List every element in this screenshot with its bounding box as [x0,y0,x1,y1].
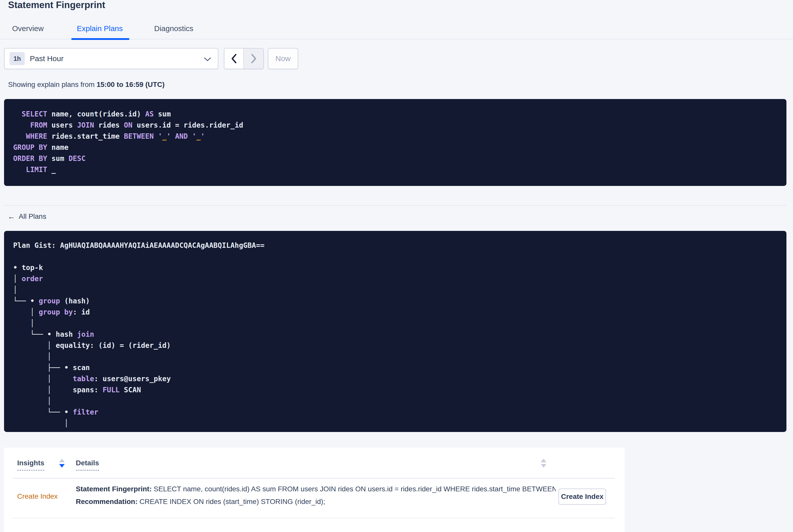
code-token-keyword: ' [158,132,162,140]
code-token: SCAN [119,386,141,394]
now-button[interactable]: Now [268,48,298,69]
code-token-keyword: join [77,330,94,339]
code-token: name [47,143,69,152]
code-token-keyword: AS [145,110,154,118]
code-token-keyword: _ [162,132,167,140]
code-line: │ order [13,273,787,284]
code-line: ├── • scan [13,362,787,373]
code-token-keyword: ON [124,121,132,129]
code-line: │ [13,418,787,429]
code-token-keyword: WHERE [26,132,47,140]
code-line: FROM users JOIN rides ON users.id = ride… [13,120,787,131]
column-header-details[interactable]: Details [76,459,99,467]
code-token: │ [13,353,52,361]
previous-range-button[interactable] [224,49,244,69]
range-caption-range: 15:00 to 16:59 (UTC) [96,81,165,89]
section-divider [4,205,787,206]
code-line: │ spans: FULL SCAN [13,384,787,396]
insights-header-label: Insights [17,459,44,471]
details-sort-control[interactable] [541,459,546,468]
sql-statement-block: SELECT name, count(rides.id) AS sum FROM… [4,99,787,186]
code-line: └── • filter [13,407,787,418]
tab-diagnostics[interactable]: Diagnostics [154,24,193,33]
code-token: users [47,121,77,129]
page-title: Statement Fingerprint [8,0,105,11]
code-line: SELECT name, count(rides.id) AS sum [13,109,787,120]
all-plans-label: All Plans [19,212,46,221]
insights-table-card: Insights Details Create Index Statement … [4,448,625,532]
create-index-button[interactable]: Create Index [559,489,606,505]
code-token: │ [13,319,34,327]
explain-plan-block: Plan Gist: AgHUAQIABQAAAAHYAQIAiAEAAAADC… [4,231,787,432]
sql-code: SELECT name, count(rides.id) AS sum FROM… [13,109,787,175]
time-range-pager [224,48,264,69]
chevron-down-icon [204,57,211,63]
code-token: │ [13,375,73,383]
code-line: │ [13,318,787,329]
sort-asc-icon [59,459,65,462]
code-line: │ [13,396,787,407]
code-token: users.id = rides.rider_id [132,121,243,129]
code-line: WHERE rides.start_time BETWEEN '_' AND '… [13,131,787,142]
code-token: sum [154,110,171,118]
row-recommendation-text: Recommendation: CREATE INDEX ON rides (s… [76,497,325,506]
code-token: │ equality: (id) = (rider_id) [13,341,171,349]
code-token [154,132,158,140]
table-row-divider [13,518,615,518]
tab-overview[interactable]: Overview [12,24,44,33]
recommendation-label: Recommendation: [76,498,137,506]
next-range-button[interactable] [244,49,263,69]
code-token: : users@users_pkey [94,375,171,383]
plan-gist-value: AgHUAQIABQAAAAHYAQIAiAEAAAADCQACAgAABQIL… [60,241,264,250]
code-line: LIMIT _ [13,164,787,175]
insight-create-index-link[interactable]: Create Index [17,492,58,500]
sort-asc-icon [541,459,546,462]
code-token: • top-k [13,264,43,272]
plan-gist-line: Plan Gist: AgHUAQIABQAAAAHYAQIAiAEAAAADC… [13,240,787,251]
chevron-right-icon [251,54,257,64]
code-token [171,132,175,140]
code-line: │ table: users@users_pkey [13,373,787,384]
code-token: : id [73,308,90,316]
time-range-label: Past Hour [30,54,63,63]
code-token: _ [47,166,56,174]
code-token: │ [13,286,17,294]
code-token: └── • [13,297,39,305]
insights-sort-control[interactable] [59,459,65,468]
code-line: ORDER BY sum DESC [13,153,787,164]
code-token-keyword: ' [201,132,205,140]
range-caption: Showing explain plans from 15:00 to 16:5… [8,80,165,89]
time-range-badge: 1h [10,52,25,65]
code-token-keyword: DESC [69,154,86,163]
fingerprint-label: Statement Fingerprint: [76,485,152,493]
range-caption-prefix: Showing explain plans from [8,81,96,89]
tab-explain-plans[interactable]: Explain Plans [77,24,123,33]
code-line: └── • group (hash) [13,296,787,307]
code-token-keyword: JOIN [77,121,94,129]
code-line: GROUP BY name [13,142,787,153]
all-plans-back-link[interactable]: ← All Plans [7,212,46,221]
code-token-keyword: AND [175,132,188,140]
fingerprint-value: SELECT name, count(rides.id) AS sum FROM… [152,485,556,493]
code-token: sum [47,154,69,163]
tab-bar: Overview Explain Plans Diagnostics [0,20,793,39]
code-line: │ group by: id [13,307,787,318]
code-token-keyword: order [22,274,43,283]
code-token [13,121,30,129]
code-token: └── • [13,408,73,416]
code-token: │ [13,419,69,428]
time-range-dropdown[interactable]: 1h Past Hour [4,48,218,69]
code-token-keyword: ' [167,132,171,140]
code-token: (hash) [60,297,90,305]
code-token: │ [13,308,39,316]
code-token: │ [13,397,52,405]
active-tab-underline [71,38,129,40]
code-token-keyword: table [73,375,94,383]
code-line: │ equality: (id) = (rider_id) [13,340,787,351]
back-arrow-icon: ← [7,212,15,221]
code-token: name, count(rides.id) [47,110,145,118]
code-token: rides [94,121,124,129]
code-token-keyword: ORDER BY [13,154,47,163]
code-token-keyword: _ [196,132,201,140]
column-header-insights[interactable]: Insights [17,459,44,467]
